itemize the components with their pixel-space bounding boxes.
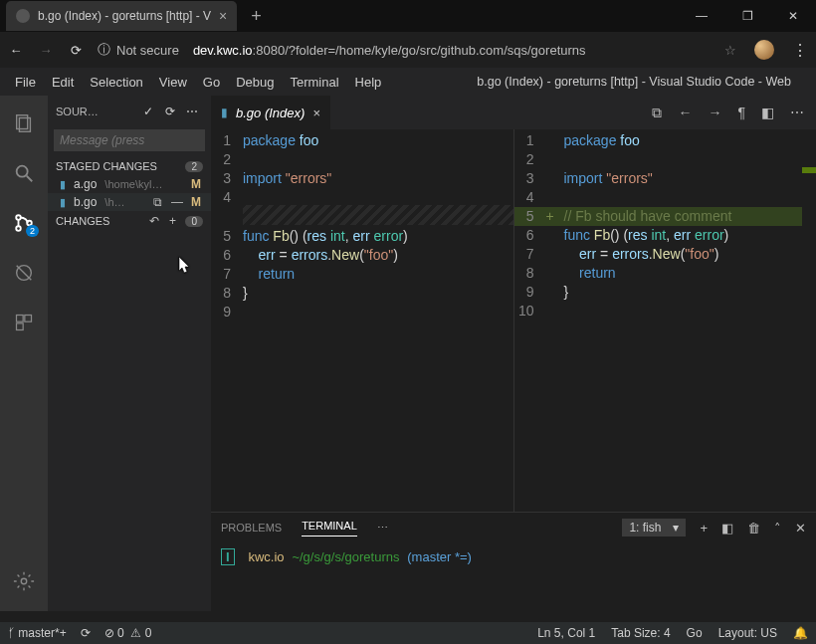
discard-all-icon[interactable]: ↶ bbox=[145, 214, 163, 228]
address-bar[interactable]: dev.kwc.io:8080/?folder=/home/kyle/go/sr… bbox=[193, 43, 586, 58]
menu-debug[interactable]: Debug bbox=[229, 73, 281, 92]
split-terminal-icon[interactable]: ◧ bbox=[721, 521, 733, 536]
forward-icon[interactable]: → bbox=[38, 43, 54, 58]
close-tab-icon[interactable]: × bbox=[219, 8, 227, 24]
status-layout[interactable]: Layout: US bbox=[718, 626, 777, 640]
open-file-icon[interactable]: ⧉ bbox=[149, 195, 165, 209]
editor-tab[interactable]: ▮ b.go (Index) × bbox=[211, 96, 330, 129]
menu-file[interactable]: File bbox=[8, 73, 43, 92]
search-icon[interactable] bbox=[0, 153, 48, 193]
code-line[interactable]: 3import "errors" bbox=[514, 169, 817, 188]
status-bell-icon[interactable]: 🔔 bbox=[793, 626, 808, 640]
explorer-icon[interactable] bbox=[0, 104, 48, 143]
scm-sidebar: SOUR… ✓ ⟳ ⋯ STAGED CHANGES 2 ▮ a.go \hom… bbox=[48, 96, 211, 611]
security-indicator[interactable]: ⓘ Not secure bbox=[98, 41, 179, 59]
code-line[interactable]: 3import "errors" bbox=[211, 169, 513, 188]
line-number: 3 bbox=[211, 169, 243, 188]
browser-menu-icon[interactable]: ⋮ bbox=[792, 41, 808, 60]
code-line[interactable]: 10 bbox=[514, 302, 817, 321]
star-icon[interactable]: ☆ bbox=[724, 43, 736, 58]
status-ln-col[interactable]: Ln 5, Col 1 bbox=[537, 626, 595, 640]
status-language[interactable]: Go bbox=[687, 626, 703, 640]
code-line[interactable]: 8 return bbox=[514, 264, 817, 283]
menu-go[interactable]: Go bbox=[196, 73, 227, 92]
panel-tab-problems[interactable]: PROBLEMS bbox=[221, 522, 282, 534]
code-line[interactable]: 2 bbox=[514, 150, 817, 169]
code-content: package foo bbox=[243, 131, 513, 150]
minimize-button[interactable]: — bbox=[679, 0, 724, 32]
status-problems[interactable]: ⊘ 0 ⚠ 0 bbox=[104, 626, 152, 640]
status-branch[interactable]: ᚶ master*+ bbox=[8, 626, 67, 640]
scm-icon[interactable]: 2 bbox=[0, 203, 48, 243]
diff-gutter bbox=[546, 131, 564, 150]
maximize-button[interactable]: ❐ bbox=[724, 0, 770, 32]
code-line[interactable]: 5func Fb() (res int, err error) bbox=[211, 227, 513, 246]
split-editor-icon[interactable]: ◧ bbox=[761, 105, 774, 121]
terminal-select[interactable]: 1: fish bbox=[622, 519, 686, 537]
line-number: 5 bbox=[211, 227, 243, 246]
menu-terminal[interactable]: Terminal bbox=[283, 73, 345, 92]
more-actions-icon[interactable]: ⋯ bbox=[790, 105, 804, 121]
refresh-icon[interactable]: ⟳ bbox=[159, 105, 181, 118]
code-line[interactable]: 5+// Fb should have comment bbox=[514, 207, 817, 226]
code-line[interactable]: 1package foo bbox=[514, 131, 817, 150]
staged-file-row[interactable]: ▮ b.go \h… ⧉ — M bbox=[48, 193, 211, 211]
code-content bbox=[564, 302, 817, 321]
commit-message-input[interactable] bbox=[54, 129, 205, 151]
staged-file-row[interactable]: ▮ a.go \home\kyl… M bbox=[48, 175, 211, 193]
code-line[interactable]: 9 bbox=[211, 303, 513, 322]
status-tab-size[interactable]: Tab Size: 4 bbox=[611, 626, 670, 640]
code-line[interactable]: 8} bbox=[211, 284, 513, 303]
close-panel-icon[interactable]: ✕ bbox=[795, 521, 806, 536]
reload-icon[interactable]: ⟳ bbox=[68, 43, 84, 58]
debug-icon[interactable] bbox=[0, 253, 48, 293]
code-line[interactable]: 7 return bbox=[211, 265, 513, 284]
commit-check-icon[interactable]: ✓ bbox=[137, 105, 159, 118]
menu-edit[interactable]: Edit bbox=[45, 73, 81, 92]
status-sync-icon[interactable]: ⟳ bbox=[81, 626, 91, 640]
open-file-icon[interactable]: ⧉ bbox=[652, 105, 662, 121]
line-number: 4 bbox=[211, 188, 243, 207]
close-window-button[interactable]: ✕ bbox=[770, 0, 816, 32]
menu-help[interactable]: Help bbox=[348, 73, 389, 92]
bottom-panel: PROBLEMS TERMINAL ⋯ 1: fish + ◧ 🗑 ˄ ✕ I … bbox=[211, 512, 816, 611]
unstage-icon[interactable]: — bbox=[169, 195, 185, 209]
svg-point-5 bbox=[16, 226, 21, 231]
new-terminal-icon[interactable]: + bbox=[700, 521, 708, 536]
staged-changes-header[interactable]: STAGED CHANGES 2 bbox=[48, 157, 211, 175]
changes-header[interactable]: CHANGES ↶ + 0 bbox=[48, 211, 211, 231]
editor-actions: ⧉ ← → ¶ ◧ ⋯ bbox=[652, 105, 810, 121]
panel-more-icon[interactable]: ⋯ bbox=[377, 522, 388, 535]
menu-selection[interactable]: Selection bbox=[83, 73, 149, 92]
terminal-body[interactable]: I kwc.io ~/g/s/g/s/goreturns (master *=) bbox=[211, 542, 816, 611]
file-name: b.go bbox=[74, 195, 97, 209]
stage-all-icon[interactable]: + bbox=[163, 214, 181, 228]
whitespace-icon[interactable]: ¶ bbox=[737, 105, 745, 121]
browser-tab[interactable]: b.go (Index) - goreturns [http] - V × bbox=[6, 1, 237, 31]
editor-tab-label: b.go (Index) bbox=[236, 106, 305, 120]
back-icon[interactable]: ← bbox=[8, 43, 24, 58]
code-line[interactable]: 2 bbox=[211, 150, 513, 169]
prev-change-icon[interactable]: ← bbox=[678, 105, 692, 121]
code-line[interactable]: 7 err = errors.New("foo") bbox=[514, 245, 817, 264]
code-line[interactable]: 6func Fb() (res int, err error) bbox=[514, 226, 817, 245]
code-line[interactable]: 9} bbox=[514, 283, 817, 302]
line-number: 7 bbox=[211, 265, 243, 284]
code-line[interactable]: 6 err = errors.New("foo") bbox=[211, 246, 513, 265]
more-icon[interactable]: ⋯ bbox=[181, 105, 203, 118]
extensions-icon[interactable] bbox=[0, 303, 48, 342]
settings-gear-icon[interactable] bbox=[0, 561, 48, 601]
kill-terminal-icon[interactable]: 🗑 bbox=[747, 521, 760, 536]
menu-view[interactable]: View bbox=[152, 73, 194, 92]
close-editor-icon[interactable]: × bbox=[312, 106, 320, 120]
maximize-panel-icon[interactable]: ˄ bbox=[774, 521, 781, 536]
code-line[interactable]: 4 bbox=[514, 188, 817, 207]
new-tab-button[interactable]: + bbox=[251, 6, 262, 27]
next-change-icon[interactable]: → bbox=[708, 105, 721, 121]
line-number: 9 bbox=[211, 303, 243, 322]
prompt-host: kwc.io bbox=[248, 549, 284, 564]
tab-title: b.go (Index) - goreturns [http] - V bbox=[38, 9, 211, 23]
panel-tab-terminal[interactable]: TERMINAL bbox=[302, 520, 357, 537]
code-line[interactable]: 1package foo bbox=[211, 131, 513, 150]
profile-avatar[interactable] bbox=[754, 40, 774, 60]
